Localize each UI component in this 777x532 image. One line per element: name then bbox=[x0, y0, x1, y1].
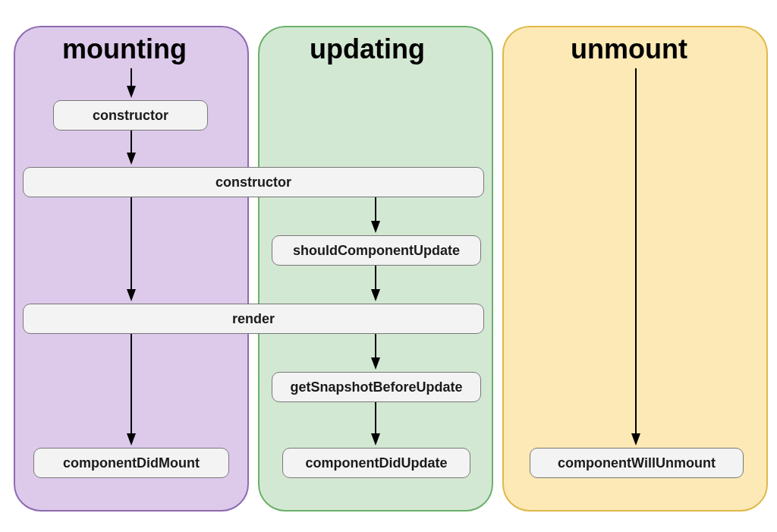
lifecycle-diagram: mounting updating unmount constructor co… bbox=[0, 0, 777, 532]
arrows-layer bbox=[0, 0, 777, 532]
